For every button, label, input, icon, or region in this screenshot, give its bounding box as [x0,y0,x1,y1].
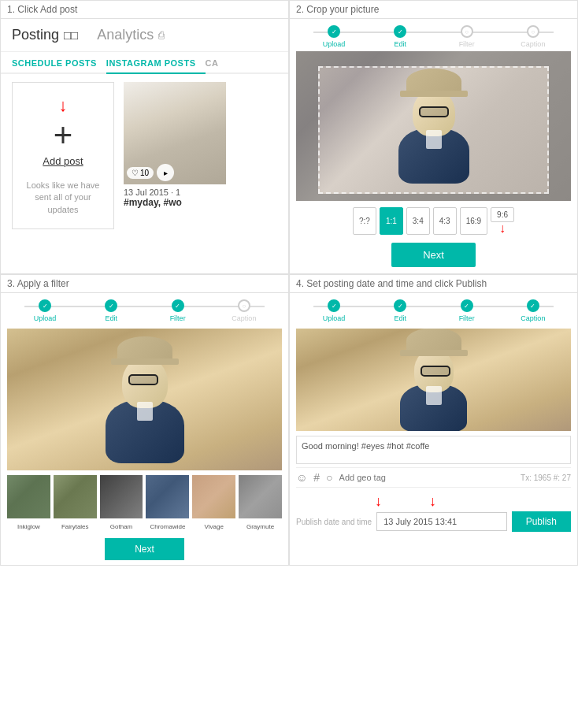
cstep-label-upload: Upload [323,314,346,322]
analytics-label: Analytics [97,27,154,43]
tab-schedule-posts[interactable]: SCHEDULE POSTS [12,52,106,74]
filter-thumb-graymute[interactable] [239,475,282,518]
post-card[interactable]: ♡ 10 ▸ 13 Jul 2015 · 1 #myday, #wo [124,82,226,208]
emoji-icon[interactable]: ☺ [296,471,307,484]
ratio-34[interactable]: 3:4 [406,207,430,235]
ratio-43[interactable]: 4:3 [433,207,457,235]
publish-arrow-1: ↓ [375,494,382,508]
comment-badge: ▸ [157,164,174,181]
fstep-label-caption: Caption [232,314,256,322]
location-icon[interactable]: ○ [326,471,332,484]
heart-icon: ♡ [132,169,139,177]
cstep-label-edit: Edit [395,314,407,322]
person-hat [406,69,461,94]
ratio-arrow-down: ↓ [499,222,506,235]
filter-thumb-vivage[interactable] [192,475,235,518]
filter-person [106,336,184,463]
filter-thumb-gotham[interactable] [100,475,143,518]
ratio-section: ?:? 1:1 3:4 4:3 16:9 9:6 ↓ Next [290,201,577,267]
cell-filter: 3. Apply a filter ✓ Upload ✓ Edit ✓ Filt… [0,274,289,566]
filter-photo [7,329,282,470]
next-button-filter[interactable]: Next [105,538,184,560]
step-filter: ○ Filter [434,25,500,48]
posts-area: ↓ + Add post Looks like we have sent all… [1,74,288,237]
heart-count: 10 [140,169,149,177]
filter-photo-wrap [1,329,288,470]
caption-person-wrap [296,329,571,431]
crop-image-container [296,51,571,201]
step-dot-caption: ○ [527,25,539,38]
heart-badge: ♡ 10 [127,167,154,179]
hashtag-icon[interactable]: # [313,471,320,484]
caption-toolbar: ☺ # ○ Tx: 1965 #: 27 [296,467,571,488]
analytics-tab[interactable]: Analytics ⎙ [97,27,165,43]
posting-tab[interactable]: Posting □□ [12,27,78,43]
step-upload: ✓ Upload [301,25,367,48]
add-post-box[interactable]: ↓ + Add post Looks like we have sent all… [12,82,114,229]
publish-date-input[interactable] [376,512,506,531]
step-caption: ○ Caption [500,25,566,48]
crop-overlay-right [549,51,571,201]
cstep-dot-edit: ✓ [394,299,406,312]
fstep-edit: ✓ Edit [78,299,144,322]
fstep-dot-caption: ○ [238,299,250,312]
cstep-filter: ✓ Filter [434,299,500,322]
filter-lbl-0: Inkiglow [7,523,50,530]
wizard-steps-caption: ✓ Upload ✓ Edit ✓ Filter ✓ Caption [290,293,577,325]
posting-icon: □□ [64,28,78,42]
filter-thumb-img-inkiglow [7,475,50,518]
filter-labels: Inkiglow Fairytales Gotham Chromawide Vi… [1,523,288,535]
cstep-label-caption: Caption [521,314,545,322]
ratio-bar: ?:? 1:1 3:4 4:3 16:9 9:6 ↓ [290,201,577,238]
filter-thumb-img-gotham [100,475,143,518]
cstep-edit: ✓ Edit [367,299,433,322]
filter-thumb-chromawide[interactable] [146,475,189,518]
step-label-upload: Upload [323,40,346,48]
filter-lbl-5: Graymute [239,523,282,530]
plus-icon: + [54,119,73,152]
step-dot-upload: ✓ [328,25,340,38]
geo-tag-input[interactable] [339,473,515,482]
filter-thumb-fairytales[interactable] [54,475,97,518]
next-button-crop[interactable]: Next [391,243,476,267]
add-post-label[interactable]: Add post [43,155,83,167]
crop-overlay-top [318,51,549,66]
tabs-bar: SCHEDULE POSTS INSTAGRAM POSTS CA [1,52,288,74]
post-date: 13 Jul 2015 · 1 [124,188,226,197]
filter-thumb-inkiglow[interactable] [7,475,50,518]
publish-arrow-2: ↓ [429,494,436,508]
ratio-96[interactable]: 9:6 [491,207,514,222]
fstep-filter: ✓ Filter [145,299,211,322]
caption-area: Good morning! #eyes #hot #coffe ☺ # ○ Tx… [290,329,577,532]
post-image: ♡ 10 ▸ [124,82,226,184]
caption-photo [296,329,571,431]
caption-text-box[interactable]: Good morning! #eyes #hot #coffe [296,436,571,464]
fstep-dot-upload: ✓ [39,299,51,312]
cell1-label: 1. Click Add post [1,1,288,18]
publish-arrows: ↓ ↓ [296,494,571,508]
ratio-77[interactable]: ?:? [353,207,376,235]
tab-ca[interactable]: CA [206,52,228,74]
arrow1-wrap: ↓ [375,494,382,508]
arrow2-wrap: ↓ [429,494,436,508]
step-dot-edit: ✓ [394,25,406,38]
step-label-edit: Edit [395,40,407,48]
step-edit: ✓ Edit [367,25,433,48]
wizard-steps-crop: ✓ Upload ✓ Edit ○ Filter ○ Caption [290,19,577,51]
fstep-label-filter: Filter [170,314,186,322]
fstep-caption: ○ Caption [211,299,277,322]
ratio-169[interactable]: 16:9 [460,207,487,235]
tab-instagram-posts[interactable]: INSTAGRAM POSTS [106,52,206,74]
ratio-96-wrap: 9:6 ↓ [491,207,514,235]
fstep-label-edit: Edit [106,314,118,322]
ratio-11[interactable]: 1:1 [380,207,403,235]
filter-thumb-img-fairytales [54,475,97,518]
filter-thumb-img-graymute [239,475,282,518]
fstep-upload: ✓ Upload [12,299,78,322]
filter-person-glasses [128,374,158,385]
caption-person-cup [426,386,442,405]
add-post-note: Looks like we have sent all of your upda… [20,180,106,216]
filter-thumb-img-chromawide [146,475,189,518]
cell3-label: 3. Apply a filter [1,275,288,292]
publish-button[interactable]: Publish [512,511,571,532]
